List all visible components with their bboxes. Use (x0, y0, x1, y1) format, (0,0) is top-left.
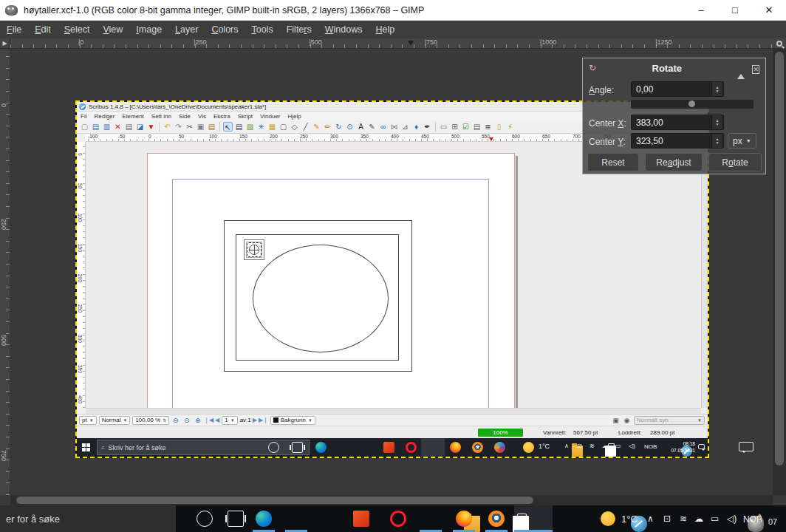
office-icon[interactable] (353, 511, 369, 527)
link-frames-icon[interactable]: ∞ (378, 122, 388, 132)
copy-props-icon[interactable]: ♦ (411, 122, 421, 132)
pdf-checkbox-icon[interactable]: ☑ (461, 122, 471, 132)
unlink-frames-icon[interactable]: ⋈ (389, 122, 399, 132)
reset-button[interactable]: Reset (587, 153, 639, 171)
temperature-label[interactable]: 1°C (539, 443, 550, 450)
cloud-icon[interactable]: ☁ (602, 443, 608, 449)
language-label[interactable]: NOB (644, 443, 657, 450)
pdf-annotation-icon[interactable]: ▯ (494, 122, 504, 132)
first-page-button[interactable]: ❘◀ (204, 417, 213, 423)
firefox-icon[interactable] (450, 442, 461, 453)
render-frame-icon[interactable]: ✳ (256, 122, 266, 132)
scribus-menu-ekstra[interactable]: Ekstra (210, 113, 234, 120)
edit-contents-icon[interactable]: A (356, 122, 366, 132)
notification-area-icon[interactable] (698, 444, 705, 449)
story-editor-icon[interactable]: ✎ (367, 122, 377, 132)
save-doc-icon[interactable]: ▥ (102, 122, 112, 132)
gimp-menu-file[interactable]: File (0, 21, 28, 38)
rotate-button[interactable]: Rotate (708, 153, 762, 171)
gimp-menu-colors[interactable]: Colors (205, 21, 245, 38)
blender-icon[interactable] (472, 442, 483, 453)
undo-icon[interactable]: ↶ (163, 122, 172, 132)
task-view-icon[interactable] (292, 442, 303, 453)
gimp-menu-edit[interactable]: Edit (28, 21, 58, 38)
edge-icon[interactable] (315, 442, 327, 453)
start-button[interactable] (82, 443, 90, 451)
zoom-level-input[interactable]: 100,00 %⇅ (132, 416, 169, 425)
center-x-spinner[interactable]: ▲▼ (711, 115, 723, 130)
tray-chevron-icon[interactable]: ∧ (564, 443, 569, 449)
scribus-menu-vis[interactable]: Vis (194, 113, 210, 120)
clock-partial[interactable]: 07 (768, 517, 777, 526)
outer-search-box[interactable]: er for å søke (0, 505, 176, 532)
prev-page-button[interactable]: ◀ (215, 417, 219, 423)
scribus-menu-sett-inn[interactable]: Sett inn (148, 113, 175, 120)
task-view-icon[interactable] (228, 511, 244, 527)
opera-icon[interactable] (390, 511, 406, 527)
open-doc-icon[interactable]: ▤ (91, 122, 100, 132)
detach-icon[interactable] (737, 61, 745, 75)
wifi-icon[interactable]: ≋ (680, 514, 687, 524)
scribus-menu-fil[interactable]: Fil (77, 113, 90, 120)
scribus-vertical-scrollbar[interactable] (701, 142, 708, 408)
readjust-button[interactable]: Readjust (645, 153, 703, 171)
clock[interactable]: 08:1807.05.2021 (666, 440, 695, 454)
gimp-menu-view[interactable]: View (96, 21, 129, 38)
wifi-icon[interactable]: ≋ (590, 443, 595, 449)
gimp-menu-select[interactable]: Select (58, 21, 97, 38)
cortana-icon[interactable] (196, 511, 213, 527)
weather-icon[interactable] (523, 442, 534, 453)
print-icon[interactable]: ▤ (124, 122, 134, 132)
selected-small-frame[interactable] (244, 239, 264, 260)
line-icon[interactable]: ╱ (301, 122, 310, 132)
speaker-icon[interactable]: ◁) (629, 443, 635, 449)
pdf-export-icon[interactable]: ▼ (146, 122, 156, 132)
new-doc-icon[interactable]: ▢ (80, 122, 89, 132)
battery-icon[interactable]: ▭ (615, 443, 621, 449)
next-page-button[interactable]: ▶ (253, 417, 257, 423)
scribus-menu-rediger[interactable]: Rediger (90, 113, 118, 120)
unit-select[interactable]: pt▼ (79, 416, 97, 425)
gimp-menu-help[interactable]: Help (369, 21, 401, 38)
center-y-input[interactable]: 323,50 (631, 133, 724, 149)
select-item-icon[interactable]: ↖ (223, 122, 233, 132)
polygon-icon[interactable]: ◇ (290, 122, 299, 132)
zoom-in-button[interactable]: ⊕ (193, 416, 202, 425)
gimp-vertical-scrollbar[interactable] (773, 49, 786, 495)
zoom-out-button[interactable]: ⊖ (171, 416, 180, 425)
firefox-icon[interactable] (456, 511, 472, 527)
visual-appearance-icon[interactable]: ◉ (622, 416, 632, 425)
zoom-icon[interactable]: ⊙ (345, 122, 355, 132)
bezier-icon[interactable]: ✎ (312, 122, 321, 132)
tray-chevron-icon[interactable]: ∧ (647, 514, 654, 524)
table-icon[interactable]: ▦ (267, 122, 277, 132)
last-page-button[interactable]: ▶❘ (259, 417, 268, 423)
pdf-list-icon[interactable]: ≣ (483, 122, 493, 132)
pdf-push-button-icon[interactable]: ▭ (439, 122, 448, 132)
ruler-corner-button[interactable]: ▶ (0, 38, 10, 49)
tablet-icon[interactable]: ⊡ (577, 443, 582, 449)
maximize-button[interactable]: □ (718, 0, 752, 20)
shape-icon[interactable]: ▢ (278, 122, 288, 132)
preview-mode-icon[interactable]: ▣ (611, 416, 621, 425)
scribus-menu-vinduer[interactable]: Vinduer (256, 113, 284, 120)
eyedropper-icon[interactable]: ✒ (423, 122, 432, 132)
temperature-label[interactable]: 1°C (621, 514, 638, 525)
speaker-icon[interactable]: ◁) (727, 514, 737, 524)
scribus-canvas[interactable] (86, 142, 701, 408)
pdf-text-field-icon[interactable]: ⊞ (450, 122, 459, 132)
slider-handle[interactable] (688, 100, 695, 107)
scribus-menu-side[interactable]: Side (175, 113, 194, 120)
copy-icon[interactable]: ▣ (196, 122, 205, 132)
scribus-horizontal-scrollbar[interactable] (86, 408, 701, 414)
dialog-close-icon[interactable]: ✕ (752, 61, 759, 75)
cloud-icon[interactable]: ☁ (694, 514, 703, 524)
image-frame-icon[interactable]: ▨ (245, 122, 255, 132)
preflight-icon[interactable]: ◪ (135, 122, 145, 132)
cut-icon[interactable]: ✂ (185, 122, 194, 132)
freehand-icon[interactable]: ✏ (323, 122, 332, 132)
layer-select[interactable]: Bakgrunn▼ (270, 416, 315, 425)
krita-icon[interactable] (494, 442, 505, 453)
blender-icon[interactable] (488, 511, 505, 527)
language-label[interactable]: NOB (743, 514, 762, 525)
